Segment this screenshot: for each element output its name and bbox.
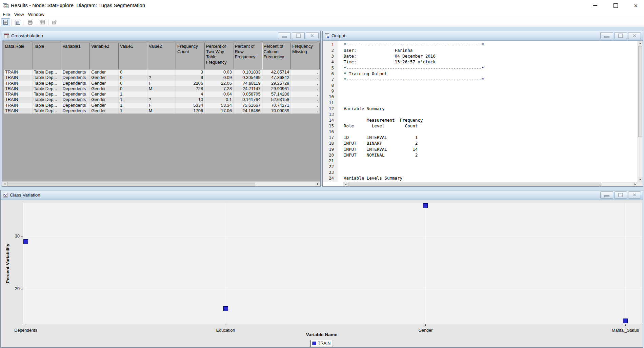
window-close-button[interactable]: ✕ xyxy=(630,0,641,11)
data-point[interactable] xyxy=(23,239,28,244)
table-cell: 7.28 xyxy=(205,86,234,91)
class-variation-panel: Class Variation ✕ Percent Variability 20… xyxy=(0,190,643,348)
table-cell: 29.25729 xyxy=(262,81,291,86)
crosstab-horizontal-scrollbar[interactable] xyxy=(2,181,320,186)
output-body: 1*--------------------------------------… xyxy=(323,41,643,186)
line-text: Measurement Frequency xyxy=(338,117,423,123)
menu-file[interactable]: File xyxy=(1,11,12,18)
panel-restore-button[interactable] xyxy=(614,191,627,199)
output-text-area[interactable]: 1*--------------------------------------… xyxy=(323,42,638,182)
line-number: 5 xyxy=(323,65,338,71)
output-line: 1*--------------------------------------… xyxy=(323,42,638,47)
table-cell: ? xyxy=(147,75,176,80)
column-header-value2[interactable]: Value2 xyxy=(147,43,176,69)
window-minimize-button[interactable] xyxy=(590,0,601,11)
table-cell: . xyxy=(291,108,320,114)
line-number: 24 xyxy=(323,175,338,181)
x-axis-tick xyxy=(26,324,26,326)
table-row[interactable]: TRAINTable Dep...DependentsGender0F22062… xyxy=(4,81,320,86)
window-maximize-button[interactable] xyxy=(610,0,621,11)
panel-restore-button[interactable] xyxy=(292,32,305,39)
column-header-data-role[interactable]: Data Role xyxy=(4,43,33,69)
menu-window[interactable]: Window xyxy=(26,11,46,18)
scroll-right-icon xyxy=(317,183,319,185)
table-row[interactable]: TRAINTable Dep...DependentsGender030.030… xyxy=(4,69,320,75)
output-line: 10 xyxy=(323,94,638,100)
scroll-right-button[interactable] xyxy=(315,182,320,186)
line-number: 20 xyxy=(323,152,338,158)
data-point[interactable] xyxy=(623,319,628,323)
output-horizontal-scrollbar[interactable] xyxy=(343,182,638,186)
line-text xyxy=(338,158,344,164)
class-variation-body: Percent Variability 2030DependentsEducat… xyxy=(1,200,643,347)
line-text xyxy=(338,82,344,88)
scroll-left-button[interactable] xyxy=(2,182,7,186)
scrollbar-thumb[interactable] xyxy=(638,46,642,137)
panel-minimize-button[interactable] xyxy=(600,191,613,199)
column-header-frequency-count[interactable]: Frequency Count xyxy=(176,43,205,69)
table-cell: 70.09039 xyxy=(262,108,291,114)
scroll-down-icon xyxy=(639,179,641,180)
panel-close-button[interactable]: ✕ xyxy=(306,32,319,39)
crosstabulation-titlebar[interactable]: Crosstabulation ✕ xyxy=(2,31,320,41)
table-row[interactable]: TRAINTable Dep...DependentsGender1F53345… xyxy=(4,103,320,108)
table-row[interactable]: TRAINTable Dep...DependentsGender140.040… xyxy=(4,91,320,97)
data-point[interactable] xyxy=(223,306,228,311)
x-axis-tick xyxy=(425,324,426,326)
output-line: 13 xyxy=(323,111,638,117)
table-cell: TRAIN xyxy=(4,97,33,102)
data-point[interactable] xyxy=(423,203,428,208)
table-row[interactable]: TRAINTable Dep...DependentsGender0M7287.… xyxy=(4,86,320,91)
table-cell: 0 xyxy=(119,69,147,75)
panel-close-button[interactable]: ✕ xyxy=(628,191,641,199)
column-header-frequency-missing[interactable]: Frequency Missing xyxy=(291,43,320,69)
panel-minimize-button[interactable] xyxy=(600,32,613,39)
toolbar xyxy=(0,18,644,26)
panel-close-button[interactable]: ✕ xyxy=(628,32,641,39)
column-header-table[interactable]: Table xyxy=(33,43,61,69)
table-cell: Table Dep... xyxy=(33,91,61,97)
column-header-percent-of-column-frequency[interactable]: Percent of Column Frequency xyxy=(262,43,291,69)
output-panel: Output ✕ 1*-----------------------------… xyxy=(322,31,643,187)
column-header-value1[interactable]: Value1 xyxy=(119,43,147,69)
table-row[interactable]: TRAINTable Dep...DependentsGender0?90.09… xyxy=(4,75,320,80)
toolbar-properties-button[interactable] xyxy=(1,18,10,26)
panel-minimize-button[interactable] xyxy=(278,32,291,39)
column-header-variable1[interactable]: Variable1 xyxy=(61,43,90,69)
crosstab-rows: TRAINTable Dep...DependentsGender030.030… xyxy=(4,69,320,114)
column-header-percent-of-row-frequency[interactable]: Percent of Row Frequency xyxy=(234,43,262,69)
table-cell: Gender xyxy=(90,91,119,97)
table-row[interactable]: TRAINTable Dep...DependentsGender1M17061… xyxy=(4,108,320,114)
table-cell: Dependents xyxy=(61,86,90,91)
line-text: INPUT BINARY 2 xyxy=(338,140,418,146)
scroll-up-button[interactable] xyxy=(638,41,643,46)
class-variation-titlebar[interactable]: Class Variation ✕ xyxy=(1,190,643,200)
output-vertical-scrollbar[interactable] xyxy=(638,41,643,182)
table-cell: Dependents xyxy=(61,103,90,108)
document-table-icon xyxy=(15,19,21,25)
column-header-percent-of-two-way-table-frequency[interactable]: Percent of Two-Way Table Frequency xyxy=(205,43,234,69)
line-number: 19 xyxy=(323,146,338,152)
toolbar-table-view-button[interactable] xyxy=(13,18,22,26)
restore-icon xyxy=(618,34,623,38)
menu-bar: File View Window xyxy=(1,11,46,18)
scrollbar-thumb[interactable] xyxy=(348,183,601,186)
panel-restore-button[interactable] xyxy=(614,32,627,39)
gridline-horizontal xyxy=(23,237,642,237)
table-cell: . xyxy=(291,81,320,86)
output-line: 24Variable Levels Summary xyxy=(323,175,638,181)
line-number: 18 xyxy=(323,140,338,146)
scroll-left-button[interactable] xyxy=(343,182,348,186)
mdi-desktop: Crosstabulation ✕ Data RoleTableVariable… xyxy=(0,27,644,348)
scroll-right-button[interactable] xyxy=(632,182,638,186)
line-number: 8 xyxy=(323,82,338,88)
scroll-down-button[interactable] xyxy=(638,177,643,182)
output-titlebar[interactable]: Output ✕ xyxy=(323,31,643,41)
line-number: 7 xyxy=(323,77,338,82)
scrollbar-thumb[interactable] xyxy=(7,182,255,186)
crosstab-table: Data RoleTableVariable1Variable2Value1Va… xyxy=(4,43,320,114)
table-row[interactable]: TRAINTable Dep...DependentsGender1?100.1… xyxy=(4,97,320,102)
chart-legend[interactable]: TRAIN xyxy=(310,340,333,347)
menu-view[interactable]: View xyxy=(12,11,26,18)
column-header-variable2[interactable]: Variable2 xyxy=(90,43,119,69)
